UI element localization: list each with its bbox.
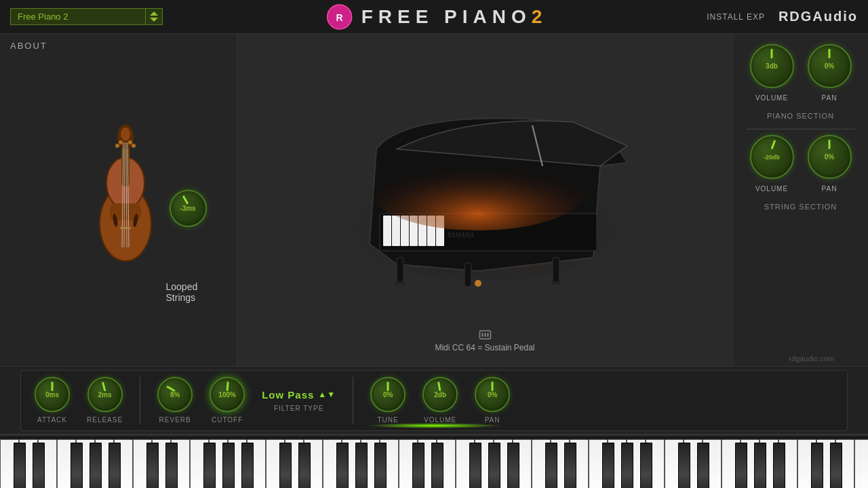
- right-panel: 3db VOLUME 0% PAN PIANO SECTION -20db: [732, 34, 868, 366]
- tune-group: 0% TUNE: [370, 377, 406, 424]
- piano-pan-knob[interactable]: 0%: [808, 44, 852, 88]
- black-key[interactable]: [90, 443, 102, 488]
- logo-center: R FREE PIANO 2: [326, 3, 542, 30]
- piano-keys[interactable]: [0, 439, 868, 488]
- strings-volume-knob[interactable]: -20db: [750, 135, 794, 179]
- piano-knob-row: 3db VOLUME 0% PAN: [750, 44, 852, 102]
- preset-arrow-down-icon: [150, 18, 158, 22]
- white-key[interactable]: [854, 439, 868, 488]
- midi-icon: [478, 329, 492, 340]
- rdg-logo-icon: R: [326, 3, 353, 30]
- release-group: 2ms RELEASE: [87, 377, 123, 424]
- black-key[interactable]: [678, 443, 690, 488]
- attack-label: ATTACK: [37, 416, 67, 424]
- black-key[interactable]: [14, 443, 26, 488]
- svg-text:R: R: [336, 12, 343, 23]
- strings-pan-label: PAN: [822, 185, 837, 192]
- main-volume-knob[interactable]: 2db: [422, 377, 458, 412]
- black-key[interactable]: [697, 443, 709, 488]
- attack-knob[interactable]: 0ms: [35, 377, 70, 412]
- black-key[interactable]: [146, 443, 159, 488]
- divider-1: [746, 129, 855, 129]
- black-key[interactable]: [488, 443, 500, 488]
- svg-point-17: [128, 140, 132, 144]
- black-key[interactable]: [108, 443, 121, 488]
- main-volume-group: 2db VOLUME: [422, 377, 458, 424]
- black-key[interactable]: [431, 443, 443, 488]
- filter-arrow-icon: ▲▼: [318, 390, 336, 399]
- black-key[interactable]: [71, 443, 83, 488]
- filter-type-group: Low Pass ▲▼ FILTER TYPE: [262, 389, 336, 412]
- svg-rect-33: [395, 281, 405, 285]
- black-key[interactable]: [602, 443, 614, 488]
- black-key[interactable]: [336, 443, 349, 488]
- svg-rect-30: [397, 258, 403, 285]
- main-pan-group: 0% PAN: [475, 377, 510, 424]
- main-pan-knob[interactable]: 0%: [475, 377, 510, 412]
- black-key[interactable]: [640, 443, 652, 488]
- svg-point-16: [119, 140, 123, 144]
- black-key[interactable]: [754, 443, 766, 488]
- black-key[interactable]: [507, 443, 519, 488]
- black-key[interactable]: [469, 443, 481, 488]
- rdg-brand-label: RDGAudio: [778, 9, 858, 24]
- tune-value: 0%: [383, 391, 393, 399]
- black-key[interactable]: [564, 443, 576, 488]
- black-key[interactable]: [735, 443, 747, 488]
- reverb-knob[interactable]: 8%: [157, 377, 193, 412]
- strings-pan-knob[interactable]: 0%: [808, 135, 852, 179]
- install-exp-button[interactable]: INSTALL EXP: [707, 12, 765, 22]
- piano-pan-group: 0% PAN: [808, 44, 852, 102]
- black-key[interactable]: [374, 443, 387, 488]
- black-key[interactable]: [298, 443, 311, 488]
- black-key[interactable]: [545, 443, 557, 488]
- piano-volume-value: 3db: [766, 62, 778, 70]
- black-key[interactable]: [203, 443, 216, 488]
- filter-type-label: FILTER TYPE: [274, 405, 323, 412]
- black-key[interactable]: [811, 443, 823, 488]
- svg-rect-40: [487, 333, 488, 337]
- release-knob[interactable]: 2ms: [87, 377, 123, 412]
- attack-value: 0ms: [45, 391, 59, 399]
- tune-knob[interactable]: 0%: [370, 377, 406, 412]
- release-value: 2ms: [98, 391, 112, 399]
- black-key[interactable]: [222, 443, 235, 488]
- top-right: INSTALL EXP RDGAudio: [707, 9, 858, 24]
- main-area: ABOUT: [0, 34, 868, 366]
- black-key[interactable]: [33, 443, 45, 488]
- reverb-group: 8% REVERB: [157, 377, 193, 424]
- black-key[interactable]: [773, 443, 785, 488]
- svg-rect-22: [383, 216, 391, 246]
- strings-ms-knob[interactable]: -3ms: [170, 190, 207, 227]
- preset-arrows[interactable]: [146, 8, 163, 25]
- center-panel: YAMAHA Midi CC 64 = Sustain Pedal: [237, 34, 732, 366]
- cutoff-label: CUTOFF: [212, 416, 243, 424]
- svg-text:YAMAHA: YAMAHA: [448, 231, 475, 239]
- reverb-label: REVERB: [159, 416, 191, 424]
- midi-label: Midi CC 64 = Sustain Pedal: [435, 329, 534, 352]
- black-key[interactable]: [241, 443, 254, 488]
- svg-rect-38: [481, 333, 483, 337]
- reverb-value: 8%: [170, 391, 180, 399]
- black-key[interactable]: [165, 443, 178, 488]
- black-key[interactable]: [355, 443, 368, 488]
- black-key[interactable]: [279, 443, 292, 488]
- release-label: RELEASE: [87, 416, 123, 424]
- svg-rect-32: [465, 263, 471, 287]
- attack-group: 0ms ATTACK: [35, 377, 70, 424]
- piano-volume-knob[interactable]: 3db: [750, 44, 794, 88]
- black-key[interactable]: [621, 443, 633, 488]
- svg-rect-39: [484, 333, 486, 337]
- svg-rect-14: [120, 227, 131, 229]
- black-key[interactable]: [412, 443, 425, 488]
- grand-piano-image: YAMAHA: [342, 108, 627, 291]
- piano-pan-label: PAN: [822, 94, 837, 102]
- instrument-name-label: Looped Strings: [166, 281, 198, 303]
- strings-ms-value: -3ms: [180, 205, 195, 212]
- glow-line: [366, 423, 502, 428]
- cutoff-knob[interactable]: 100%: [210, 377, 245, 412]
- black-key[interactable]: [830, 443, 842, 488]
- filter-type-dropdown[interactable]: Low Pass ▲▼: [262, 389, 336, 401]
- preset-selector[interactable]: Free Piano 2: [10, 8, 146, 25]
- app-title: FREE PIANO 2: [361, 6, 542, 28]
